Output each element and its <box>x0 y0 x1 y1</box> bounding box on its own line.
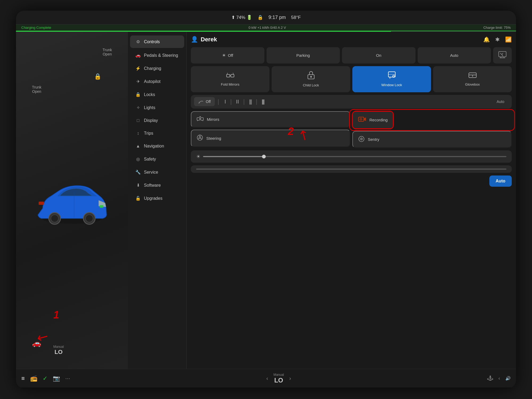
svg-point-4 <box>86 215 93 222</box>
bottom-bar: ≡ 📻 ✓ 📷 ··· ‹ Manual LO › 🕹 ‹ 🔊 <box>16 369 516 388</box>
navigation-icon: ▲ <box>135 144 141 149</box>
svg-rect-17 <box>197 118 200 120</box>
joystick-icon[interactable]: 🕹 <box>487 375 493 382</box>
wiper-off-button[interactable]: Off <box>194 97 215 106</box>
window-lock-button[interactable]: Window Lock <box>352 66 431 92</box>
safety-label: Safety <box>144 157 156 162</box>
user-icon: 👤 <box>191 36 198 43</box>
sidebar-item-upgrades[interactable]: 🔓 Upgrades <box>130 192 184 205</box>
bell-icon[interactable]: 🔔 <box>483 36 490 43</box>
sidebar-item-navigation[interactable]: ▲ Navigation <box>130 140 184 152</box>
sidebar-item-safety[interactable]: ◎ Safety <box>130 153 184 165</box>
display-controls-icon <box>498 51 507 60</box>
steering-icon <box>197 134 203 142</box>
wifi-icon[interactable]: 📶 <box>505 36 512 43</box>
lights-auto-button[interactable]: Auto <box>418 47 491 63</box>
wiper-speed-2-button[interactable]: II <box>233 97 241 106</box>
sidebar-item-charging[interactable]: ⚡ Charging <box>130 62 184 75</box>
sidebar-item-software[interactable]: ⬇ Software <box>130 179 184 191</box>
car-bottom-icon: 🚗 <box>32 339 41 348</box>
mirrors-icon <box>197 116 204 123</box>
volume-icon[interactable]: 🔊 <box>505 376 511 381</box>
nav-left-arrow[interactable]: ‹ <box>266 375 268 381</box>
wiper-speed-1-button[interactable]: I <box>222 97 229 106</box>
fold-mirrors-button[interactable]: Fold Mirrors <box>191 66 269 92</box>
autopilot-icon: ✈ <box>135 79 141 84</box>
sidebar-item-controls[interactable]: ⚙ Controls <box>130 35 184 48</box>
nav-left-bottom[interactable]: ‹ <box>498 376 500 381</box>
navigation-label: Navigation <box>144 144 164 149</box>
svg-rect-7 <box>100 205 103 208</box>
radio-icon[interactable]: 📻 <box>30 375 37 382</box>
wiper-speed-3-button[interactable]: ||| <box>246 97 254 106</box>
glovebox-button[interactable]: Glovebox <box>433 66 512 92</box>
bluetooth-icon[interactable]: ✱ <box>495 36 500 43</box>
sidebar-item-pedals[interactable]: 🚗 Pedals & Steering <box>130 49 184 62</box>
check-icon[interactable]: ✓ <box>43 375 47 382</box>
charging-banner: Charging Complete 0 kW +1 kWh 0/40 A 2 V… <box>16 25 516 31</box>
lights-label: Lights <box>144 105 155 110</box>
second-slider[interactable] <box>196 169 506 170</box>
child-lock-button[interactable]: Child Lock <box>272 66 350 92</box>
dots-icon[interactable]: ··· <box>65 375 70 382</box>
recording-button[interactable]: Recording <box>352 111 393 129</box>
bottom-left-icons: ≡ 📻 ✓ 📷 ··· <box>21 375 70 382</box>
sidebar-item-autopilot[interactable]: ✈ Autopilot <box>130 75 184 88</box>
sidebar-item-trips[interactable]: ↕ Trips <box>130 127 184 139</box>
svg-rect-9 <box>227 74 230 77</box>
wiper-separator-4: | <box>256 98 257 105</box>
window-lock-icon <box>388 71 396 81</box>
safety-icon: ◎ <box>135 157 141 162</box>
lights-on-button[interactable]: On <box>342 47 416 63</box>
sidebar-item-locks[interactable]: 🔒 Locks <box>130 88 184 101</box>
lights-off-button[interactable]: ☀ Off <box>191 47 264 63</box>
lights-parking-button[interactable]: Parking <box>267 47 340 63</box>
battery-indicator: ⬆ 74% 🔋 <box>231 15 252 20</box>
clock: 9:17 pm <box>268 15 286 20</box>
controls-label: Controls <box>144 39 160 44</box>
bottom-right: 🕹 ‹ 🔊 <box>487 375 511 382</box>
nav-right-arrow[interactable]: › <box>289 375 291 381</box>
mirrors-button[interactable]: Mirrors <box>191 111 350 127</box>
car-panel: Trunk Open <box>16 32 128 369</box>
second-slider-row <box>191 165 512 173</box>
svg-point-12 <box>310 76 312 78</box>
brightness-slider[interactable] <box>203 156 506 157</box>
auto-button[interactable]: Auto <box>489 175 512 187</box>
brightness-knob[interactable] <box>262 155 266 158</box>
bottom-center: ‹ Manual LO › <box>266 373 291 384</box>
wiper-separator-2: | <box>230 98 232 105</box>
svg-point-22 <box>360 118 362 120</box>
display-auto-button[interactable] <box>493 47 512 63</box>
volume-control: 🔊 <box>505 376 511 381</box>
upgrades-label: Upgrades <box>144 196 162 201</box>
annotation-1: 1 <box>53 309 59 321</box>
sentry-button[interactable]: Sentry <box>352 131 512 148</box>
sidebar-item-service[interactable]: 🔧 Service <box>130 166 184 178</box>
steering-button[interactable]: Steering <box>191 130 350 147</box>
trunk-bottom-label: Trunk Open <box>32 85 41 94</box>
trips-label: Trips <box>144 131 153 136</box>
charging-label: Charging <box>144 66 161 71</box>
svg-rect-10 <box>231 74 234 77</box>
charging-icon: ⚡ <box>135 66 141 71</box>
controls-header: 👤 Derek 🔔 ✱ 📶 <box>191 36 512 43</box>
menu-icon[interactable]: ≡ <box>21 375 25 382</box>
car-visualization <box>35 176 109 230</box>
sidebar-item-lights[interactable]: ✧ Lights <box>130 101 184 114</box>
camera-icon[interactable]: 📷 <box>53 375 60 382</box>
autopilot-label: Autopilot <box>144 79 160 84</box>
main-area: Trunk Open <box>16 32 516 369</box>
wiper-row: Off | I | II | ||| | |||| Au <box>191 95 512 109</box>
sidebar-item-display[interactable]: □ Display <box>130 114 184 127</box>
user-name-display: 👤 Derek <box>191 36 217 43</box>
status-bar: ⬆ 74% 🔋 🔒 9:17 pm 58°F <box>16 11 516 25</box>
sentry-icon <box>358 136 365 143</box>
door-lock-icon: 🔒 <box>94 73 101 80</box>
locks-label: Locks <box>144 92 155 97</box>
svg-rect-5 <box>39 202 44 205</box>
brightness-fill <box>203 156 264 157</box>
wiper-auto-button[interactable]: Auto <box>492 98 509 105</box>
wiper-speed-4-button[interactable]: |||| <box>259 97 267 106</box>
manual-lo-bottom: Manual LO <box>53 345 64 356</box>
